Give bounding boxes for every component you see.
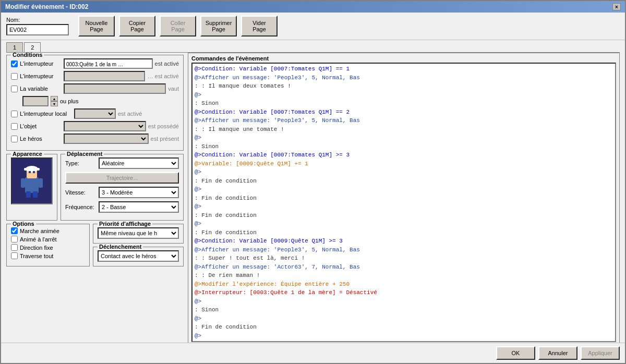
command-line[interactable]: @>Interrupteur: [0003:Quête 1 de la mère… [195, 288, 613, 297]
command-line[interactable]: @>Condition: Variable [0007:Tomates Q1M]… [195, 65, 613, 74]
cond-row-2: L'interrupteur … est activé [11, 71, 179, 81]
tab-2[interactable]: 2 [24, 42, 41, 52]
command-line[interactable]: @> [195, 185, 613, 194]
command-line[interactable]: @>Afficher un message: 'People3', 5, Nor… [195, 74, 613, 82]
spin-input[interactable] [22, 96, 49, 106]
command-line[interactable]: : : De rien maman ! [195, 271, 613, 280]
command-line[interactable]: : : Super ! tout est là, merci ! [195, 254, 613, 263]
name-input[interactable] [6, 24, 69, 35]
close-button[interactable]: × [612, 3, 621, 10]
declenchement-group: Déclenchement Appuyer sur Entrée Contact… [93, 247, 184, 266]
traverse-check[interactable] [11, 252, 18, 259]
anime-check[interactable] [11, 236, 18, 242]
command-line[interactable]: : Sinon [195, 142, 613, 151]
sprite-preview[interactable] [11, 157, 53, 204]
cond-suffix-3: vaut [168, 86, 179, 92]
command-line[interactable]: : Fin de condition [195, 211, 613, 220]
spin-up[interactable]: ▲ [51, 96, 58, 101]
vider-page-button[interactable]: ViderPage [241, 16, 278, 37]
appliquer-button[interactable]: Appliquer [581, 346, 620, 360]
cond-check-2[interactable] [11, 73, 18, 80]
cond-check-4[interactable] [11, 111, 18, 117]
nouvelle-page-button[interactable]: NouvellePage [78, 16, 115, 37]
cond-row-1: L'interrupteur 0003:Quête 1 de la m … es… [11, 58, 179, 69]
direction-check[interactable] [11, 244, 18, 251]
conditions-title: Conditions [11, 53, 44, 58]
tabs-bar: 1 2 [1, 40, 625, 52]
local-switch-select[interactable] [74, 108, 116, 119]
command-line[interactable]: @>Condition: Variable [0007:Tomates Q1M]… [195, 151, 613, 160]
depl-vitesse-row: Vitesse: 1 - Très lente 2 - Lente 3 - Mo… [65, 187, 179, 198]
command-line[interactable]: @>Variable: [0009:Quête Q1M] += 1 [195, 160, 613, 168]
command-line[interactable]: @> [195, 202, 613, 211]
command-line[interactable]: : Fin de condition [195, 194, 613, 203]
cond-check-3[interactable] [11, 86, 18, 92]
cond-check-5[interactable] [11, 123, 18, 130]
apparence-title: Apparence [11, 151, 44, 157]
command-line[interactable]: : Fin de condition [195, 323, 613, 332]
main-content: Conditions L'interrupteur 0003:Quête 1 d… [1, 53, 625, 343]
cond-input-1[interactable]: 0003:Quête 1 de la m … [64, 58, 153, 69]
svg-rect-9 [39, 178, 43, 188]
command-line[interactable]: @> [195, 332, 613, 341]
cond-check-1[interactable] [11, 60, 18, 67]
cond-input-2[interactable] [64, 71, 145, 81]
toolbar: Nom: NouvellePage CopierPage CollerPage … [1, 13, 625, 40]
vitesse-select[interactable]: 1 - Très lente 2 - Lente 3 - Modérée 4 -… [99, 187, 179, 198]
deplacement-title: Déplacement [65, 151, 104, 157]
command-line[interactable]: : Sinon [195, 306, 613, 314]
commands-list[interactable]: @>Condition: Variable [0007:Tomates Q1M]… [191, 63, 616, 342]
trajectoire-button[interactable]: Trajectoire... [65, 172, 179, 184]
vitesse-label: Vitesse: [65, 189, 97, 196]
svg-rect-5 [33, 171, 35, 173]
command-line[interactable]: @>Modifier l'expérience: Équipe entière … [195, 280, 613, 289]
cond-input-3[interactable] [64, 83, 166, 94]
name-group: Nom: [6, 17, 69, 35]
type-select[interactable]: Fixe Aléatoire Vers/depuis héros Manuel [99, 157, 179, 169]
command-line[interactable]: : Fin de condition [195, 228, 613, 237]
annuler-button[interactable]: Annuler [538, 346, 577, 360]
cond-suffix-4: est activé [118, 111, 142, 117]
priorite-select[interactable]: En-dessous du héros Même niveau que le h… [98, 227, 179, 239]
marche-check[interactable] [11, 227, 18, 234]
tab-1[interactable]: 1 [6, 42, 23, 52]
supprimer-page-button[interactable]: SupprimerPage [200, 16, 237, 37]
hero-select[interactable] [64, 134, 149, 144]
ok-button[interactable]: OK [496, 346, 535, 360]
svg-rect-4 [29, 171, 31, 173]
copier-page-button[interactable]: CopierPage [119, 16, 155, 37]
option-direction: Direction fixe [11, 244, 85, 251]
command-line[interactable]: @> [195, 168, 613, 177]
freq-select[interactable]: 1 - Minimale 2 - Basse 3 - Normale 4 - H… [99, 201, 179, 213]
priorite-decl: Priorité d'affichage En-dessous du héros… [93, 224, 184, 266]
command-line[interactable]: : Fin de condition [195, 177, 613, 186]
coller-page-button[interactable]: CollerPage [160, 16, 196, 37]
command-line[interactable]: @> [195, 297, 613, 306]
declenchement-select[interactable]: Appuyer sur Entrée Contact avec le héros… [98, 250, 179, 262]
command-line[interactable]: @>Condition: Variable [0007:Tomates Q1M]… [195, 108, 613, 117]
command-line[interactable]: @> [195, 134, 613, 142]
command-line[interactable]: @>Afficher un message: 'People3', 5, Nor… [195, 246, 613, 254]
command-line[interactable]: @>Condition: Variable [0009:Quête Q1M] >… [195, 237, 613, 246]
svg-rect-6 [26, 191, 31, 198]
svg-rect-0 [25, 177, 39, 193]
spin-wrapper: ▲ ▼ [22, 96, 58, 106]
object-select[interactable] [64, 121, 146, 131]
cond-label-5: L'objet [20, 123, 62, 129]
cond-row-3: La variable vaut [11, 83, 179, 94]
command-line[interactable]: @> [195, 314, 613, 323]
svg-rect-8 [21, 178, 25, 188]
cond-check-6[interactable] [11, 136, 18, 142]
command-line[interactable]: @> [195, 91, 613, 100]
command-line[interactable]: @>Afficher un message: 'Actor63', 7, Nor… [195, 263, 613, 272]
commands-title: Commandes de l'évènement [188, 53, 619, 63]
command-line[interactable]: : Sinon [195, 99, 613, 108]
command-line[interactable]: : : Il manque une tomate ! [195, 125, 613, 134]
command-line[interactable]: @> [195, 220, 613, 228]
commands-box: Commandes de l'évènement @>Condition: Va… [188, 53, 620, 343]
cond-suffix-6: est présent [151, 136, 179, 142]
command-line[interactable]: @>Afficher un message: 'People3', 5, Nor… [195, 116, 613, 125]
command-line[interactable]: : : Il manque deux tomates ! [195, 82, 613, 91]
sprite-svg [19, 163, 45, 199]
spin-down[interactable]: ▼ [51, 101, 58, 106]
